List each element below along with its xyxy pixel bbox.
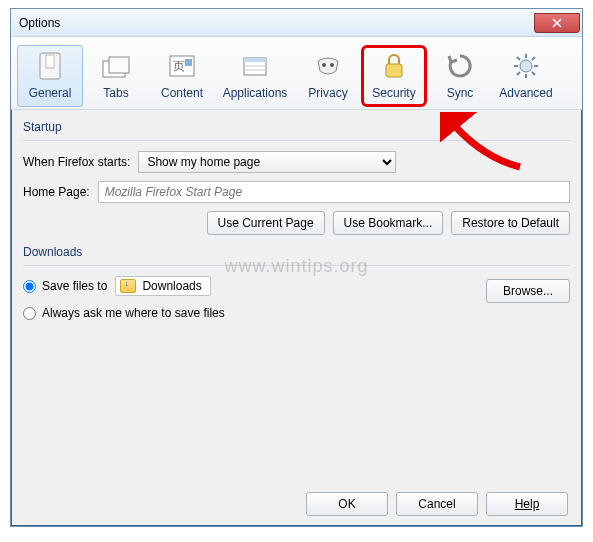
downloads-heading: Downloads: [23, 245, 570, 259]
use-bookmark-button[interactable]: Use Bookmark...: [333, 211, 444, 235]
save-files-to-radio[interactable]: [23, 280, 36, 293]
svg-text:页: 页: [173, 59, 185, 73]
folder-icon: [120, 279, 136, 293]
lock-icon: [378, 50, 410, 82]
use-current-page-button[interactable]: Use Current Page: [207, 211, 325, 235]
tab-label: Security: [372, 86, 415, 100]
svg-line-19: [517, 57, 520, 60]
always-ask-label: Always ask me where to save files: [42, 306, 225, 320]
titlebar: Options: [11, 9, 582, 37]
content-icon: 页: [166, 50, 198, 82]
save-files-to-label: Save files to: [42, 279, 107, 293]
tab-advanced[interactable]: Advanced: [493, 45, 559, 107]
tab-general[interactable]: General: [17, 45, 83, 107]
tab-security[interactable]: Security: [361, 45, 427, 107]
tab-label: Tabs: [103, 86, 128, 100]
when-firefox-starts-select[interactable]: Show my home page: [138, 151, 396, 173]
svg-line-21: [517, 72, 520, 75]
dialog-footer: OK Cancel Help: [306, 492, 568, 516]
svg-line-22: [532, 57, 535, 60]
tab-label: Applications: [223, 86, 288, 100]
options-window: Options General Tabs 页 Content Applicati…: [10, 8, 583, 527]
gear-icon: [510, 50, 542, 82]
tab-label: Content: [161, 86, 203, 100]
download-folder-name: Downloads: [142, 279, 201, 293]
tab-label: Sync: [447, 86, 474, 100]
close-icon: [552, 18, 562, 28]
tab-privacy[interactable]: Privacy: [295, 45, 361, 107]
switch-icon: [34, 50, 66, 82]
tabs-icon: [100, 50, 132, 82]
tab-label: Privacy: [308, 86, 347, 100]
svg-point-11: [322, 63, 326, 67]
general-panel: Startup When Firefox starts: Show my hom…: [11, 110, 582, 338]
svg-rect-13: [386, 64, 402, 77]
when-firefox-starts-label: When Firefox starts:: [23, 155, 130, 169]
always-ask-radio[interactable]: [23, 307, 36, 320]
tab-applications[interactable]: Applications: [215, 45, 295, 107]
svg-rect-1: [46, 55, 54, 68]
home-page-label: Home Page:: [23, 185, 90, 199]
cancel-button[interactable]: Cancel: [396, 492, 478, 516]
svg-rect-6: [185, 59, 192, 66]
tab-tabs[interactable]: Tabs: [83, 45, 149, 107]
category-toolbar: General Tabs 页 Content Applications Priv…: [11, 37, 582, 110]
svg-point-14: [520, 60, 532, 72]
sync-icon: [444, 50, 476, 82]
tab-sync[interactable]: Sync: [427, 45, 493, 107]
download-folder-display: Downloads: [115, 276, 210, 296]
mask-icon: [312, 50, 344, 82]
svg-line-20: [532, 72, 535, 75]
browse-button[interactable]: Browse...: [486, 279, 570, 303]
ok-button[interactable]: OK: [306, 492, 388, 516]
close-button[interactable]: [534, 13, 580, 33]
startup-heading: Startup: [23, 120, 570, 134]
window-title: Options: [19, 16, 60, 30]
divider: [23, 140, 570, 141]
tab-label: Advanced: [499, 86, 552, 100]
home-page-input[interactable]: [98, 181, 570, 203]
applications-icon: [239, 50, 271, 82]
divider: [23, 265, 570, 266]
svg-point-12: [330, 63, 334, 67]
help-button[interactable]: Help: [486, 492, 568, 516]
svg-rect-8: [244, 58, 266, 62]
svg-rect-3: [109, 57, 129, 73]
tab-label: General: [29, 86, 72, 100]
restore-default-button[interactable]: Restore to Default: [451, 211, 570, 235]
tab-content[interactable]: 页 Content: [149, 45, 215, 107]
